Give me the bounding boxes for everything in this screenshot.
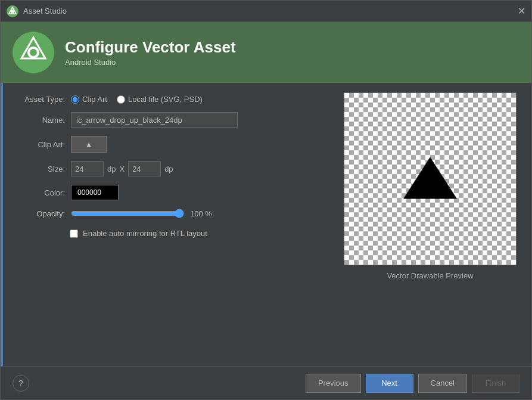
color-label: Color: <box>17 188 65 197</box>
title-bar-text: Asset Studio <box>23 7 67 15</box>
clip-art-label: Clip Art <box>82 95 107 104</box>
previous-button[interactable]: Previous <box>306 374 361 393</box>
height-unit: dp <box>164 165 173 173</box>
height-input[interactable] <box>128 161 161 176</box>
size-label: Size: <box>17 165 65 173</box>
rtl-row: Enable auto mirroring for RTL layout <box>17 229 315 238</box>
svg-point-4 <box>30 49 37 56</box>
main-title: Configure Vector Asset <box>65 38 236 57</box>
clip-art-field-label: Clip Art: <box>17 140 65 149</box>
local-file-option[interactable]: Local file (SVG, PSD) <box>117 95 203 104</box>
footer: ? Previous Next Cancel Finish <box>1 366 531 399</box>
rtl-label: Enable auto mirroring for RTL layout <box>83 229 207 238</box>
asset-type-row: Asset Type: Clip Art Local file (SVG, PS… <box>17 95 315 104</box>
local-file-label: Local file (SVG, PSD) <box>128 95 203 104</box>
help-button[interactable]: ? <box>13 375 29 392</box>
preview-label: Vector Drawable Preview <box>387 271 473 280</box>
clip-art-button[interactable]: ▲ <box>71 136 107 153</box>
opacity-controls: 100 % <box>71 209 212 218</box>
svg-point-1 <box>11 10 14 13</box>
name-row: Name: <box>17 112 315 128</box>
size-x-separator: X <box>119 165 125 173</box>
opacity-slider[interactable] <box>71 209 184 218</box>
asset-type-radio-group: Clip Art Local file (SVG, PSD) <box>71 95 203 104</box>
rtl-checkbox[interactable] <box>70 230 78 238</box>
subtitle: Android Studio <box>65 58 236 67</box>
width-unit: dp <box>107 165 116 173</box>
footer-buttons: Previous Next Cancel Finish <box>306 374 519 393</box>
close-button[interactable]: ✕ <box>518 7 525 16</box>
content-area: Asset Type: Clip Art Local file (SVG, PS… <box>1 83 531 366</box>
clip-art-icon: ▲ <box>85 140 92 149</box>
header: Configure Vector Asset Android Studio <box>1 22 531 83</box>
clip-art-radio[interactable] <box>71 95 79 104</box>
app-icon <box>7 5 18 17</box>
size-row: Size: dp X dp <box>17 161 315 176</box>
asset-type-label: Asset Type: <box>17 95 65 104</box>
right-panel: Vector Drawable Preview <box>329 83 531 366</box>
clip-art-row: Clip Art: ▲ <box>17 136 315 153</box>
left-panel: Asset Type: Clip Art Local file (SVG, PS… <box>3 83 329 366</box>
cancel-button[interactable]: Cancel <box>418 374 467 393</box>
preview-container <box>344 92 517 265</box>
opacity-value: 100 % <box>190 209 212 218</box>
title-bar: Asset Studio ✕ <box>1 1 531 22</box>
width-input[interactable] <box>71 161 104 176</box>
color-swatch[interactable]: 000000 <box>71 185 119 200</box>
next-button[interactable]: Next <box>366 374 413 393</box>
main-window: Asset Studio ✕ Configure Vector Asset An… <box>0 0 532 400</box>
opacity-label: Opacity: <box>17 209 65 218</box>
size-inputs: dp X dp <box>71 161 173 176</box>
android-studio-logo <box>13 32 54 73</box>
clip-art-option[interactable]: Clip Art <box>71 95 107 104</box>
local-file-radio[interactable] <box>117 95 125 104</box>
preview-icon <box>400 154 460 204</box>
name-input[interactable] <box>71 112 238 128</box>
color-row: Color: 000000 <box>17 185 315 200</box>
header-titles: Configure Vector Asset Android Studio <box>65 38 236 67</box>
opacity-row: Opacity: 100 % <box>17 209 315 218</box>
name-label: Name: <box>17 116 65 125</box>
finish-button: Finish <box>472 374 519 393</box>
svg-marker-5 <box>403 157 457 199</box>
